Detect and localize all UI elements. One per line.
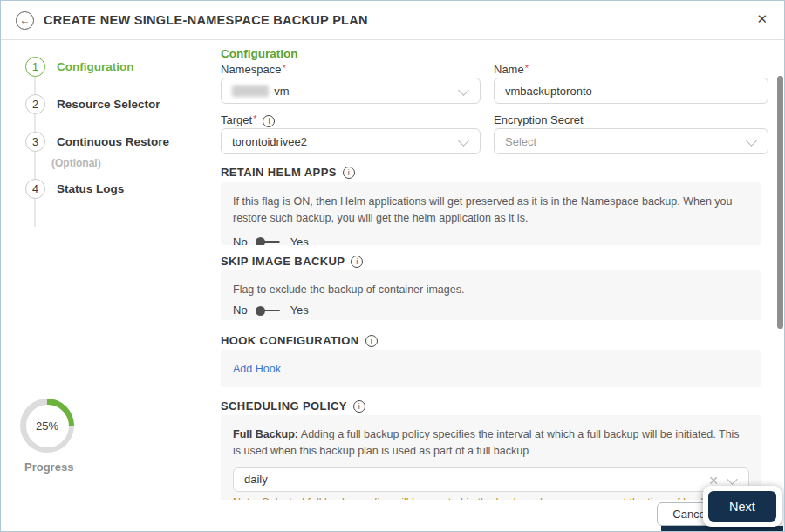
policy-value: daily — [244, 473, 268, 486]
scheduling-policy-heading: SCHEDULING POLICYi — [221, 399, 365, 413]
info-icon[interactable]: i — [351, 256, 363, 268]
close-icon[interactable]: ✕ — [756, 11, 768, 27]
step-configuration[interactable]: 1 Configuration — [25, 57, 133, 77]
dialog-title: CREATE NEW SINGLE-NAMESPACE BACKUP PLAN — [44, 13, 368, 27]
step-status-logs[interactable]: 4 Status Logs — [25, 179, 124, 199]
info-icon[interactable]: i — [365, 335, 378, 347]
required-asterisk: * — [253, 113, 256, 124]
retain-helm-apps-heading: RETAIN HELM APPSi — [221, 166, 355, 179]
toggle-yes-label: Yes — [290, 304, 309, 317]
encryption-placeholder: Select — [505, 135, 536, 148]
step-1-circle: 1 — [25, 57, 45, 77]
full-backup-description: Full Backup: Adding a full backup policy… — [233, 426, 749, 460]
required-asterisk: * — [525, 63, 529, 73]
encryption-secret-select[interactable]: Select — [494, 128, 768, 154]
target-select[interactable]: torontoidrivee2 — [221, 128, 481, 154]
info-icon[interactable]: i — [353, 400, 365, 413]
step-continuous-restore[interactable]: 3 Continuous Restore — [25, 132, 169, 152]
step-3-circle: 3 — [25, 132, 45, 152]
step-2-circle: 2 — [25, 94, 45, 114]
chevron-down-icon — [458, 135, 469, 147]
skip-image-description: Flag to exclude the backup of container … — [233, 282, 749, 298]
step-4-label: Status Logs — [57, 182, 124, 195]
retain-helm-description: If this flag is ON, then Helm applicatio… — [233, 194, 749, 228]
skip-image-backup-heading: SKIP IMAGE BACKUPi — [221, 255, 363, 268]
chevron-down-icon — [458, 85, 469, 96]
name-input[interactable] — [494, 78, 768, 104]
dialog-header: ← CREATE NEW SINGLE-NAMESPACE BACKUP PLA… — [1, 1, 784, 40]
skip-image-backup-panel: Flag to exclude the backup of container … — [221, 270, 761, 320]
progress-ring: 25% — [20, 399, 74, 453]
encryption-secret-label: Encryption Secret — [494, 113, 584, 126]
create-backup-plan-dialog: ← CREATE NEW SINGLE-NAMESPACE BACKUP PLA… — [0, 0, 785, 532]
hook-configuration-heading: HOOK CONFIGURATIONi — [221, 334, 378, 347]
toggle-yes-label: Yes — [290, 235, 309, 245]
namespace-select[interactable]: -vm — [221, 78, 481, 104]
section-title-configuration: Configuration — [221, 47, 297, 60]
step-3-optional-label: (Optional) — [51, 157, 101, 169]
stepper-sidebar: 1 Configuration 2 Resource Selector 3 Co… — [1, 40, 215, 532]
toggle-no-label: No — [233, 304, 248, 317]
toggle-no-label: No — [233, 235, 248, 245]
namespace-label: Namespace* — [221, 63, 286, 76]
required-asterisk: * — [282, 63, 285, 73]
form-content: Configuration Namespace* Name* -vm Targe… — [215, 40, 777, 500]
add-hook-link[interactable]: Add Hook — [233, 363, 281, 375]
namespace-value: -vm — [270, 85, 290, 98]
step-3-label: Continuous Restore — [57, 135, 169, 148]
skip-image-toggle[interactable] — [256, 305, 282, 316]
target-label: Target*i — [221, 113, 275, 127]
progress-percent: 25% — [26, 405, 69, 447]
next-button-partial[interactable] — [661, 526, 783, 532]
retain-helm-toggle-row: No Yes — [233, 235, 749, 245]
retain-helm-apps-panel: If this flag is ON, then Helm applicatio… — [221, 182, 761, 245]
step-resource-selector[interactable]: 2 Resource Selector — [25, 94, 160, 114]
scheduling-policy-panel: Full Backup: Adding a full backup policy… — [221, 415, 761, 500]
toggle-knob — [256, 306, 265, 316]
next-button[interactable]: Next — [708, 491, 776, 522]
redacted-text — [232, 85, 269, 97]
progress-label: Progress — [24, 460, 73, 474]
back-icon[interactable]: ← — [16, 11, 34, 30]
skip-image-toggle-row: No Yes — [233, 304, 749, 317]
info-icon[interactable]: i — [263, 115, 275, 127]
step-2-label: Resource Selector — [57, 98, 160, 111]
step-4-circle: 4 — [25, 179, 45, 199]
hook-configuration-panel: Add Hook — [221, 350, 761, 387]
toggle-knob — [256, 237, 265, 245]
chevron-down-icon — [727, 474, 738, 485]
target-value: torontoidrivee2 — [232, 135, 307, 148]
retain-helm-toggle[interactable] — [256, 236, 282, 245]
content-scrollbar — [777, 43, 784, 500]
step-1-label: Configuration — [57, 60, 133, 73]
name-label: Name* — [494, 63, 529, 76]
chevron-down-icon — [746, 135, 757, 147]
full-backup-policy-select[interactable]: daily ✕ — [233, 467, 749, 492]
scrollbar-thumb[interactable] — [777, 76, 783, 329]
policy-note: Note: Selected full backup policy will b… — [233, 496, 749, 500]
next-button-callout: Next — [703, 486, 782, 527]
info-icon[interactable]: i — [343, 167, 355, 179]
